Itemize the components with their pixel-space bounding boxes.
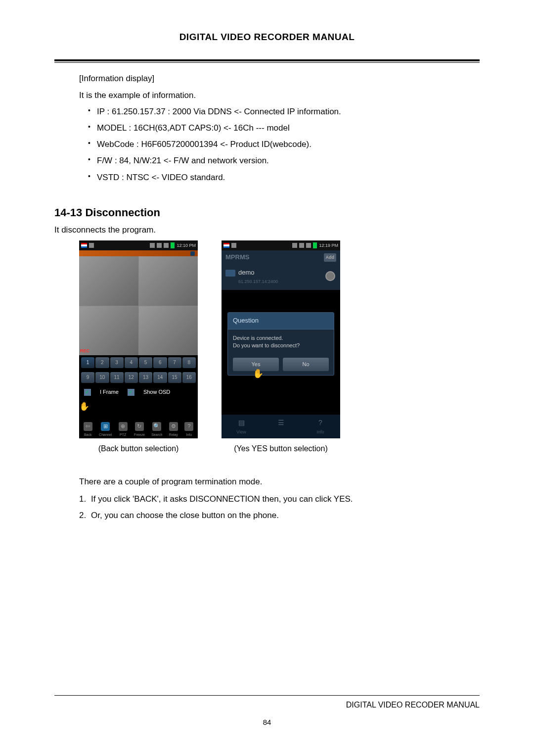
freeze-button[interactable]: ↻Freeze <box>134 422 145 437</box>
channel-button[interactable]: 13 <box>139 372 152 383</box>
signal-icon <box>306 243 311 248</box>
yes-button[interactable]: Yes ✋ <box>233 358 279 372</box>
channel-button[interactable]: 3 <box>110 357 124 368</box>
rec-label: REC <box>80 347 89 354</box>
video-cell[interactable] <box>139 256 198 306</box>
info-tab[interactable]: ?Info <box>301 415 340 438</box>
iframe-label: I Frame <box>100 388 119 397</box>
relay-button[interactable]: ⚙Relay <box>169 422 178 437</box>
video-cell[interactable]: REC <box>79 306 138 356</box>
info-button[interactable]: ?Info <box>184 422 193 437</box>
app-header: MPRMS Add <box>222 250 340 265</box>
term-item-1: 1.If you click 'BACK', it asks DISCONNEC… <box>79 492 480 506</box>
channel-button[interactable]: 2 <box>95 357 109 368</box>
grid-icon: ⊞ <box>101 422 110 431</box>
dialog-line-2: Do you want to disconnect? <box>233 342 329 349</box>
section-title-disconnection: 14-13 Disconnection <box>54 204 480 221</box>
channel-row-2: 9 10 11 12 13 14 15 16 <box>79 370 198 385</box>
status-icon <box>231 243 236 248</box>
bottom-nav: ▤View ☰ ?Info <box>222 415 340 438</box>
question-dialog: Question Device is connected. Do you wan… <box>227 312 334 376</box>
channel-button-nav[interactable]: ⊞Channel <box>99 422 112 437</box>
list-tab[interactable]: ☰ <box>261 415 301 438</box>
device-name: demo <box>238 268 278 278</box>
pointer-hand-icon: ✋ <box>253 367 264 381</box>
bottom-toolbar: ⇦Back ⊞Channel ⊕PTZ ↻Freeze 🔍Search ⚙Rel… <box>79 418 198 438</box>
freeze-icon: ↻ <box>135 422 144 431</box>
channel-button[interactable]: 4 <box>125 357 138 368</box>
add-button[interactable]: Add <box>324 253 337 261</box>
channel-button[interactable]: 6 <box>153 357 167 368</box>
status-bar: 12:10 PM <box>79 240 198 250</box>
caption-right: (Yes YES button selection) <box>222 442 340 455</box>
app-title-bar <box>79 250 198 256</box>
dialog-title: Question <box>228 313 334 330</box>
channel-button[interactable]: 10 <box>95 372 109 383</box>
screenshot-row: 12:10 PM REC 1 2 3 4 5 6 7 8 9 <box>79 240 480 438</box>
device-list-item[interactable]: demo 61.250.157.14:2400 <box>222 265 340 290</box>
channel-row-1: 1 2 3 4 5 6 7 8 <box>79 355 198 370</box>
channel-button[interactable]: 15 <box>168 372 181 383</box>
termination-desc: There are a couple of program terminatio… <box>79 475 480 488</box>
info-display-title: [Information display] <box>79 72 480 85</box>
back-button[interactable]: ⇦Back <box>84 422 92 437</box>
channel-button[interactable]: 11 <box>110 372 124 383</box>
status-time: 12:10 PM <box>177 242 196 249</box>
channel-button[interactable]: 9 <box>81 372 94 383</box>
info-display-desc: It is the example of information. <box>79 89 480 102</box>
search-button[interactable]: 🔍Search <box>151 422 162 437</box>
app-name: MPRMS <box>225 252 249 263</box>
back-icon: ⇦ <box>84 422 92 431</box>
info-item-ip: IP : 61.250.157.37 : 2000 Via DDNS <- Co… <box>88 105 480 118</box>
flag-icon <box>223 243 229 248</box>
osd-checkbox[interactable] <box>128 389 134 396</box>
vibrate-icon <box>150 243 155 248</box>
page-header: DIGITAL VIDEO RECORDER MANUAL <box>54 30 480 45</box>
page-number: 84 <box>54 716 480 728</box>
video-cell[interactable] <box>79 256 138 306</box>
info-icon: ? <box>315 418 325 427</box>
channel-button[interactable]: 1 <box>81 357 94 368</box>
wifi-icon <box>299 243 304 248</box>
channel-button[interactable]: 16 <box>182 372 196 383</box>
channel-button[interactable]: 5 <box>139 357 152 368</box>
term-item-2: 2.Or, you can choose the close button on… <box>79 509 480 522</box>
dialog-buttons: Yes ✋ No <box>228 355 334 376</box>
info-item-model: MODEL : 16CH(63,ADT CAPS:0) <- 16Ch --- … <box>88 121 480 135</box>
pointer-hand-icon: ✋ <box>79 400 198 413</box>
video-cell[interactable] <box>139 306 198 356</box>
vibrate-icon <box>292 243 297 248</box>
view-icon: ▤ <box>236 418 246 427</box>
phone-screenshot-right: 12:19 PM MPRMS Add demo 61.250.157.14:24… <box>222 240 340 438</box>
header-divider <box>54 59 480 63</box>
info-icon: ? <box>184 422 193 431</box>
channel-button[interactable]: 12 <box>125 372 138 383</box>
battery-icon <box>171 242 175 248</box>
search-icon: 🔍 <box>152 422 161 431</box>
view-tab[interactable]: ▤View <box>222 415 261 438</box>
ptz-button[interactable]: ⊕PTZ <box>119 422 128 437</box>
channel-button[interactable]: 14 <box>153 372 167 383</box>
wifi-icon <box>157 243 162 248</box>
channel-button[interactable]: 7 <box>168 357 181 368</box>
flag-icon <box>81 243 87 248</box>
iframe-checkbox[interactable] <box>84 389 91 396</box>
channel-button[interactable]: 8 <box>182 357 196 368</box>
footer-text: DIGITAL VIDEO RECODER MANUAL <box>346 699 480 711</box>
status-icon <box>89 243 94 248</box>
relay-icon: ⚙ <box>169 422 178 431</box>
status-bar: 12:19 PM <box>222 240 340 250</box>
no-button[interactable]: No <box>283 358 329 372</box>
caption-row: (Back button selection) (Yes YES button … <box>79 442 480 455</box>
info-item-fw: F/W : 84, N/W:21 <- F/W and network vers… <box>88 154 480 167</box>
ptz-icon: ⊕ <box>119 422 128 431</box>
info-bullet-list: IP : 61.250.157.37 : 2000 Via DDNS <- Co… <box>79 105 480 184</box>
video-grid: REC <box>79 256 198 355</box>
expand-icon[interactable] <box>325 271 335 281</box>
termination-list: 1.If you click 'BACK', it asks DISCONNEC… <box>79 492 480 522</box>
list-icon: ☰ <box>276 418 286 427</box>
signal-icon <box>164 243 169 248</box>
options-row: I Frame Show OSD <box>79 385 198 400</box>
dialog-body: Device is connected. Do you want to disc… <box>228 330 334 355</box>
caption-left: (Back button selection) <box>79 442 198 455</box>
